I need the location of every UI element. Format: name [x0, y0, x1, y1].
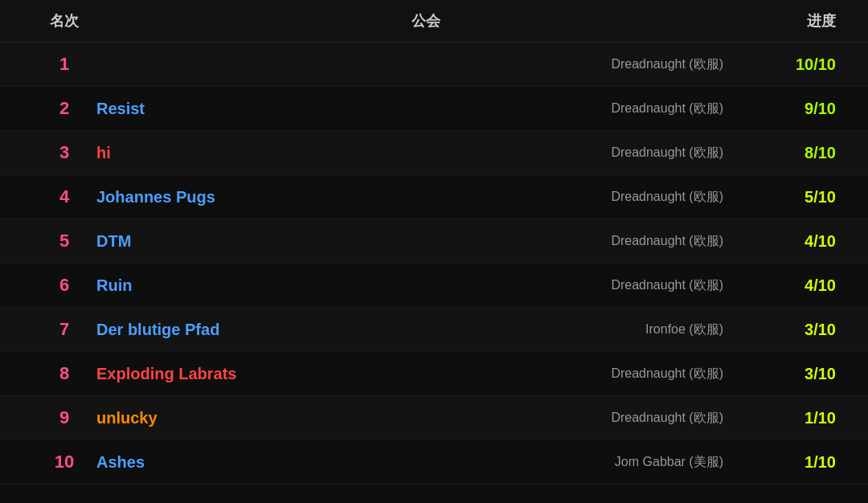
progress-cell: 9/10: [755, 100, 836, 118]
guild-server: Dreadnaught (欧服): [611, 410, 723, 427]
guild-server: Dreadnaught (欧服): [611, 145, 723, 162]
guild-name: Resist: [96, 100, 145, 118]
progress-cell: 4/10: [755, 232, 836, 251]
guild-cell: Resist Dreadnaught (欧服): [96, 100, 755, 118]
guild-name: unlucky: [96, 409, 158, 427]
progress-cell: 1/10: [755, 409, 836, 427]
progress-cell: 8/10: [755, 144, 836, 162]
guild-cell: DTM Dreadnaught (欧服): [96, 232, 755, 251]
guild-name: Der blutige Pfad: [96, 321, 219, 339]
guild-server: Dreadnaught (欧服): [611, 100, 723, 117]
guild-cell: Der blutige Pfad Ironfoe (欧服): [96, 321, 755, 339]
rank-cell: 6: [32, 275, 96, 296]
rank-cell: 1: [32, 54, 96, 75]
guild-cell: Ashes Jom Gabbar (美服): [96, 453, 755, 472]
table-row: 2 Resist Dreadnaught (欧服) 9/10: [0, 87, 868, 131]
rank-cell: 7: [32, 319, 96, 340]
guild-server: Dreadnaught (欧服): [611, 189, 723, 206]
rank-cell: 10: [32, 452, 96, 472]
guild-cell: Ruin Dreadnaught (欧服): [96, 276, 755, 295]
rank-cell: 2: [32, 98, 96, 119]
progress-cell: 10/10: [755, 55, 836, 74]
table-row: 4 Johannes Pugs Dreadnaught (欧服) 5/10: [0, 175, 868, 219]
rank-cell: 3: [32, 142, 96, 163]
rank-cell: 4: [32, 186, 96, 207]
guild-server: Dreadnaught (欧服): [611, 233, 723, 250]
guild-server: Jom Gabbar (美服): [615, 454, 723, 471]
progress-cell: 1/10: [755, 453, 836, 472]
rank-cell: 9: [32, 407, 96, 428]
progress-cell: 3/10: [755, 321, 836, 339]
guild-server: Ironfoe (欧服): [645, 321, 723, 338]
guild-name: hi: [96, 144, 111, 162]
guild-name: Exploding Labrats: [96, 365, 236, 383]
header-guild: 公会: [96, 11, 755, 31]
progress-cell: 3/10: [755, 365, 836, 383]
guild-server: Dreadnaught (欧服): [611, 277, 723, 294]
guild-cell: unlucky Dreadnaught (欧服): [96, 409, 755, 427]
guild-name: DTM: [96, 232, 131, 251]
table-body: 1 Dreadnaught (欧服) 10/10 2 Resist Dreadn…: [0, 43, 868, 485]
guild-server: Dreadnaught (欧服): [611, 56, 723, 73]
table-row: 9 unlucky Dreadnaught (欧服) 1/10: [0, 396, 868, 440]
guild-name: Johannes Pugs: [96, 188, 215, 207]
table-row: 6 Ruin Dreadnaught (欧服) 4/10: [0, 264, 868, 308]
header-progress: 进度: [755, 11, 836, 31]
guild-name: Ruin: [96, 276, 132, 295]
guild-name: Ashes: [96, 453, 145, 472]
table-row: 10 Ashes Jom Gabbar (美服) 1/10: [0, 440, 868, 485]
table-row: 1 Dreadnaught (欧服) 10/10: [0, 43, 868, 87]
table-row: 8 Exploding Labrats Dreadnaught (欧服) 3/1…: [0, 352, 868, 396]
guild-cell: hi Dreadnaught (欧服): [96, 144, 755, 162]
leaderboard-container: 名次 公会 进度 1 Dreadnaught (欧服) 10/10 2 Resi…: [0, 0, 868, 503]
guild-cell: Johannes Pugs Dreadnaught (欧服): [96, 188, 755, 207]
guild-server: Dreadnaught (欧服): [611, 366, 723, 382]
guild-cell: Exploding Labrats Dreadnaught (欧服): [96, 365, 755, 383]
rank-cell: 8: [32, 363, 96, 384]
guild-cell: Dreadnaught (欧服): [96, 56, 755, 73]
table-row: 5 DTM Dreadnaught (欧服) 4/10: [0, 219, 868, 264]
progress-cell: 5/10: [755, 188, 836, 207]
progress-cell: 4/10: [755, 276, 836, 295]
rank-cell: 5: [32, 231, 96, 251]
table-row: 7 Der blutige Pfad Ironfoe (欧服) 3/10: [0, 308, 868, 352]
header-rank: 名次: [32, 11, 96, 31]
table-header: 名次 公会 进度: [0, 0, 868, 43]
table-row: 3 hi Dreadnaught (欧服) 8/10: [0, 131, 868, 175]
